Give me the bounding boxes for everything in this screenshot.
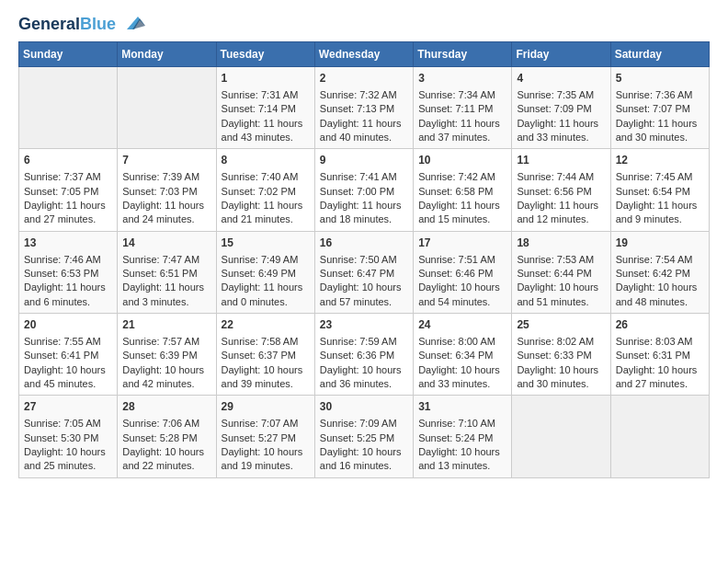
- daylight-text: Daylight: 11 hours and 18 minutes.: [320, 199, 408, 227]
- weekday-header-row: SundayMondayTuesdayWednesdayThursdayFrid…: [19, 42, 710, 67]
- sunset-text: Sunset: 7:13 PM: [320, 102, 408, 116]
- weekday-header-monday: Monday: [118, 42, 216, 67]
- sunset-text: Sunset: 5:27 PM: [222, 431, 310, 445]
- sunset-text: Sunset: 6:41 PM: [24, 349, 112, 362]
- calendar-cell: 12Sunrise: 7:45 AMSunset: 6:54 PMDayligh…: [610, 149, 709, 231]
- sunrise-text: Sunrise: 8:00 AM: [418, 335, 506, 349]
- day-number: 25: [517, 317, 605, 333]
- calendar-week-row: 27Sunrise: 7:05 AMSunset: 5:30 PMDayligh…: [19, 396, 710, 477]
- weekday-header-saturday: Saturday: [610, 42, 709, 67]
- calendar-cell: 4Sunrise: 7:35 AMSunset: 7:09 PMDaylight…: [512, 67, 610, 149]
- daylight-text: Daylight: 11 hours and 3 minutes.: [122, 281, 210, 309]
- weekday-header-wednesday: Wednesday: [314, 42, 413, 67]
- sunrise-text: Sunrise: 7:06 AM: [122, 417, 210, 431]
- day-number: 8: [222, 153, 310, 168]
- day-number: 10: [418, 153, 506, 168]
- day-number: 6: [24, 153, 112, 168]
- calendar-week-row: 1Sunrise: 7:31 AMSunset: 7:14 PMDaylight…: [19, 67, 710, 149]
- daylight-text: Daylight: 10 hours and 36 minutes.: [320, 363, 408, 392]
- sunrise-text: Sunrise: 7:49 AM: [222, 253, 310, 267]
- day-number: 14: [122, 236, 210, 251]
- sunrise-text: Sunrise: 7:09 AM: [320, 417, 408, 431]
- daylight-text: Daylight: 10 hours and 16 minutes.: [320, 445, 408, 474]
- day-number: 27: [24, 399, 112, 415]
- daylight-text: Daylight: 11 hours and 43 minutes.: [222, 117, 310, 145]
- day-number: 11: [517, 153, 605, 168]
- day-number: 28: [122, 399, 210, 415]
- day-number: 30: [320, 399, 408, 415]
- sunset-text: Sunset: 5:28 PM: [122, 431, 210, 445]
- daylight-text: Daylight: 10 hours and 48 minutes.: [616, 281, 704, 309]
- day-number: 16: [320, 236, 408, 251]
- sunrise-text: Sunrise: 7:07 AM: [222, 417, 310, 431]
- calendar-cell: 9Sunrise: 7:41 AMSunset: 7:00 PMDaylight…: [314, 149, 413, 231]
- sunrise-text: Sunrise: 7:42 AM: [418, 170, 506, 184]
- sunrise-text: Sunrise: 7:31 AM: [222, 88, 310, 102]
- calendar-cell: [610, 396, 709, 477]
- sunrise-text: Sunrise: 7:05 AM: [24, 417, 112, 431]
- daylight-text: Daylight: 11 hours and 12 minutes.: [517, 199, 605, 227]
- daylight-text: Daylight: 10 hours and 57 minutes.: [320, 281, 408, 309]
- calendar-cell: 20Sunrise: 7:55 AMSunset: 6:41 PMDayligh…: [19, 314, 118, 396]
- daylight-text: Daylight: 11 hours and 33 minutes.: [517, 117, 605, 145]
- day-number: 1: [222, 71, 310, 86]
- day-number: 5: [616, 71, 704, 86]
- calendar-cell: [512, 396, 610, 477]
- day-number: 4: [517, 71, 605, 86]
- sunrise-text: Sunrise: 8:03 AM: [616, 335, 704, 349]
- calendar-week-row: 13Sunrise: 7:46 AMSunset: 6:53 PMDayligh…: [19, 231, 710, 313]
- daylight-text: Daylight: 11 hours and 40 minutes.: [320, 117, 408, 145]
- daylight-text: Daylight: 10 hours and 39 minutes.: [222, 363, 310, 392]
- sunrise-text: Sunrise: 7:39 AM: [122, 170, 210, 184]
- sunset-text: Sunset: 6:56 PM: [517, 185, 605, 199]
- sunrise-text: Sunrise: 7:32 AM: [320, 88, 408, 102]
- daylight-text: Daylight: 10 hours and 19 minutes.: [222, 445, 310, 474]
- sunrise-text: Sunrise: 7:35 AM: [517, 88, 605, 102]
- sunset-text: Sunset: 6:44 PM: [517, 267, 605, 281]
- sunset-text: Sunset: 5:30 PM: [24, 431, 112, 445]
- sunset-text: Sunset: 7:07 PM: [616, 102, 704, 116]
- calendar-cell: 2Sunrise: 7:32 AMSunset: 7:13 PMDaylight…: [314, 67, 413, 149]
- day-number: 31: [418, 399, 506, 415]
- weekday-header-friday: Friday: [512, 42, 610, 67]
- calendar-cell: 26Sunrise: 8:03 AMSunset: 6:31 PMDayligh…: [610, 314, 709, 396]
- calendar-cell: [118, 67, 216, 149]
- day-number: 20: [24, 317, 112, 333]
- day-number: 19: [616, 236, 704, 251]
- day-number: 17: [418, 236, 506, 251]
- calendar-cell: 28Sunrise: 7:06 AMSunset: 5:28 PMDayligh…: [118, 396, 216, 477]
- daylight-text: Daylight: 10 hours and 27 minutes.: [616, 363, 704, 392]
- weekday-header-sunday: Sunday: [19, 42, 118, 67]
- daylight-text: Daylight: 11 hours and 37 minutes.: [418, 117, 506, 145]
- calendar-week-row: 6Sunrise: 7:37 AMSunset: 7:05 PMDaylight…: [19, 149, 710, 231]
- calendar-cell: 16Sunrise: 7:50 AMSunset: 6:47 PMDayligh…: [314, 231, 413, 313]
- sunset-text: Sunset: 7:05 PM: [24, 185, 112, 199]
- daylight-text: Daylight: 10 hours and 42 minutes.: [122, 363, 210, 392]
- sunrise-text: Sunrise: 8:02 AM: [517, 335, 605, 349]
- sunset-text: Sunset: 5:24 PM: [418, 431, 506, 445]
- sunrise-text: Sunrise: 7:53 AM: [517, 253, 605, 267]
- sunset-text: Sunset: 6:51 PM: [122, 267, 210, 281]
- sunset-text: Sunset: 6:53 PM: [24, 267, 112, 281]
- calendar-cell: 22Sunrise: 7:58 AMSunset: 6:37 PMDayligh…: [216, 314, 314, 396]
- sunset-text: Sunset: 6:42 PM: [616, 267, 704, 281]
- daylight-text: Daylight: 11 hours and 24 minutes.: [122, 199, 210, 227]
- weekday-header-thursday: Thursday: [414, 42, 512, 67]
- calendar-cell: 7Sunrise: 7:39 AMSunset: 7:03 PMDaylight…: [118, 149, 216, 231]
- sunrise-text: Sunrise: 7:37 AM: [24, 170, 112, 184]
- sunrise-text: Sunrise: 7:57 AM: [122, 335, 210, 349]
- day-number: 24: [418, 317, 506, 333]
- calendar-cell: 5Sunrise: 7:36 AMSunset: 7:07 PMDaylight…: [610, 67, 709, 149]
- daylight-text: Daylight: 11 hours and 9 minutes.: [616, 199, 704, 227]
- sunrise-text: Sunrise: 7:58 AM: [222, 335, 310, 349]
- daylight-text: Daylight: 10 hours and 22 minutes.: [122, 445, 210, 474]
- calendar-cell: 31Sunrise: 7:10 AMSunset: 5:24 PMDayligh…: [414, 396, 512, 477]
- logo: GeneralBlue: [18, 15, 147, 34]
- daylight-text: Daylight: 10 hours and 45 minutes.: [24, 363, 112, 392]
- daylight-text: Daylight: 10 hours and 30 minutes.: [517, 363, 605, 392]
- sunset-text: Sunset: 6:33 PM: [517, 349, 605, 362]
- sunset-text: Sunset: 6:31 PM: [616, 349, 704, 362]
- day-number: 15: [222, 236, 310, 251]
- calendar-cell: 27Sunrise: 7:05 AMSunset: 5:30 PMDayligh…: [19, 396, 118, 477]
- daylight-text: Daylight: 10 hours and 25 minutes.: [24, 445, 112, 474]
